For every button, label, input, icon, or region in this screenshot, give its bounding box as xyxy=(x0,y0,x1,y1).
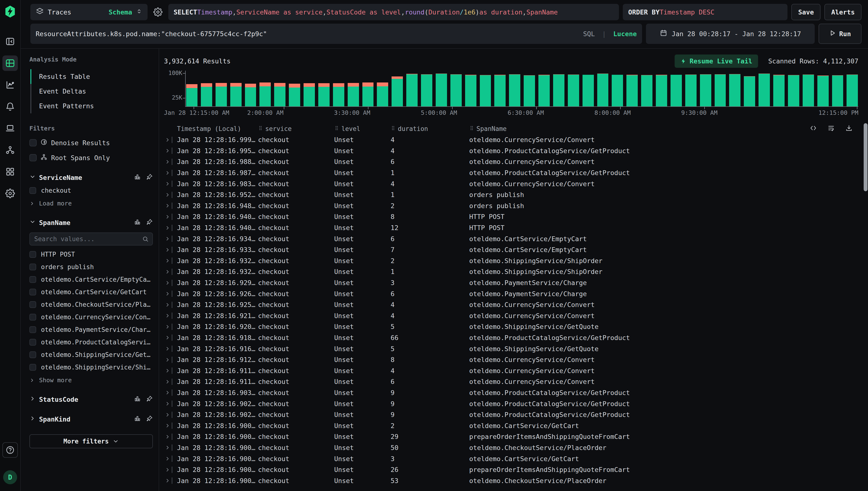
chevron-right-icon[interactable] xyxy=(29,415,36,423)
histogram-bar[interactable] xyxy=(538,75,550,106)
table-row[interactable]: Jan 28 12:28:16.921 PMcheckoutUnset4otel… xyxy=(163,310,861,321)
expand-row-icon[interactable] xyxy=(163,368,172,374)
table-scrollbar-thumb[interactable] xyxy=(864,123,868,191)
column-chart-icon[interactable] xyxy=(134,173,141,181)
nav-search-icon[interactable] xyxy=(2,55,18,71)
table-row[interactable]: Jan 28 12:28:16.940 PMcheckoutUnset12HTT… xyxy=(163,222,861,233)
chevron-down-icon[interactable] xyxy=(29,219,36,227)
table-row[interactable]: Jan 28 12:28:16.912 PMcheckoutUnset8otel… xyxy=(163,354,861,365)
histogram-bar[interactable] xyxy=(333,83,344,106)
chevron-down-icon[interactable] xyxy=(29,174,36,181)
histogram-bar[interactable] xyxy=(744,76,755,106)
table-row[interactable]: Jan 28 12:28:16.916 PMcheckoutUnset5otel… xyxy=(163,343,861,354)
nav-settings-gear-icon[interactable] xyxy=(2,186,18,201)
histogram-bar[interactable] xyxy=(832,75,843,106)
expand-row-icon[interactable] xyxy=(163,456,172,462)
checkbox[interactable] xyxy=(29,251,36,258)
expand-row-icon[interactable] xyxy=(163,192,172,198)
histogram-bar[interactable] xyxy=(465,75,476,106)
expand-row-icon[interactable] xyxy=(163,236,172,242)
facet-value-row[interactable]: oteldemo.CartService/EmptyCa… xyxy=(29,276,153,283)
grip-icon[interactable] xyxy=(334,125,339,133)
histogram-bar[interactable] xyxy=(494,75,506,106)
search-query-input[interactable]: ResourceAttributes.k8s.pod.name:"checkou… xyxy=(30,24,642,44)
histogram-bar[interactable] xyxy=(260,83,271,106)
histogram-bar[interactable] xyxy=(304,83,315,106)
table-row[interactable]: Jan 28 12:28:16.987 PMcheckoutUnset1otel… xyxy=(163,167,861,178)
hyperdx-logo[interactable] xyxy=(2,4,18,19)
table-row[interactable]: Jan 28 12:28:16.948 PMcheckoutUnset2orde… xyxy=(163,200,861,211)
checkbox[interactable] xyxy=(29,289,36,295)
facet-value-row[interactable]: HTTP POST xyxy=(29,251,153,258)
facet-search-input[interactable] xyxy=(34,235,139,243)
nav-service-map-icon[interactable] xyxy=(2,142,18,158)
expand-row-icon[interactable] xyxy=(163,148,172,154)
nav-alerts-bell-icon[interactable] xyxy=(2,99,18,114)
histogram-bar[interactable] xyxy=(803,75,814,106)
histogram-bar[interactable] xyxy=(450,74,462,106)
load-more-link[interactable]: Load more xyxy=(29,200,153,207)
column-header-level[interactable]: level xyxy=(334,125,391,133)
histogram-bar[interactable] xyxy=(626,75,638,106)
schema-link[interactable]: Schema xyxy=(109,8,132,16)
histogram-bar[interactable] xyxy=(436,74,447,106)
expand-row-icon[interactable] xyxy=(163,258,172,264)
expand-row-icon[interactable] xyxy=(163,324,172,330)
histogram-bar[interactable] xyxy=(348,83,359,106)
source-settings-gear-icon[interactable] xyxy=(151,4,164,20)
histogram-bar[interactable] xyxy=(817,76,829,106)
facet-header[interactable]: StatusCode xyxy=(29,395,153,403)
analysis-mode-item[interactable]: Event Patterns xyxy=(31,98,153,113)
table-row[interactable]: Jan 28 12:28:16.900 PMcheckoutUnset3otel… xyxy=(163,453,861,464)
table-row[interactable]: Jan 28 12:28:16.900 PMcheckoutUnset50ote… xyxy=(163,442,861,453)
column-chart-icon[interactable] xyxy=(134,219,141,227)
facet-value-row[interactable]: oteldemo.ProductCatalogServi… xyxy=(29,339,153,346)
expand-row-icon[interactable] xyxy=(163,181,172,187)
checkbox[interactable] xyxy=(29,276,36,283)
table-row[interactable]: Jan 28 12:28:16.999 PMcheckoutUnset4otel… xyxy=(163,134,861,145)
table-row[interactable]: Jan 28 12:28:16.902 PMcheckoutUnset9otel… xyxy=(163,409,861,420)
histogram-bar[interactable] xyxy=(377,83,388,106)
table-row[interactable]: Jan 28 12:28:16.988 PMcheckoutUnset6otel… xyxy=(163,156,861,167)
column-chart-icon[interactable] xyxy=(134,415,141,423)
facet-value-row[interactable]: orders publish xyxy=(29,263,153,270)
histogram-bar[interactable] xyxy=(230,83,242,106)
column-chart-icon[interactable] xyxy=(134,395,141,403)
pin-icon[interactable] xyxy=(146,415,153,423)
histogram-bar[interactable] xyxy=(421,74,432,106)
histogram-bar[interactable] xyxy=(480,75,491,106)
expand-row-icon[interactable] xyxy=(163,346,172,352)
chevron-right-icon[interactable] xyxy=(29,396,36,403)
expand-row-icon[interactable] xyxy=(163,170,172,176)
histogram-bar[interactable] xyxy=(553,74,564,106)
grip-icon[interactable] xyxy=(469,125,474,133)
expand-row-icon[interactable] xyxy=(163,434,172,440)
column-header-duration[interactable]: duration xyxy=(391,125,469,133)
expand-row-icon[interactable] xyxy=(163,412,172,418)
table-row[interactable]: Jan 28 12:28:16.911 PMcheckoutUnset4otel… xyxy=(163,365,861,376)
order-by-input[interactable]: ORDER BY Timestamp DESC xyxy=(623,4,787,20)
expand-row-icon[interactable] xyxy=(163,225,172,231)
facet-value-row[interactable]: checkout xyxy=(29,187,153,194)
histogram-bar[interactable] xyxy=(846,75,858,106)
analysis-mode-item[interactable]: Results Table xyxy=(31,69,153,84)
facet-header[interactable]: SpanName xyxy=(29,219,153,227)
histogram-bar[interactable] xyxy=(201,83,212,106)
checkbox[interactable] xyxy=(29,139,37,146)
expand-row-icon[interactable] xyxy=(163,313,172,319)
pin-icon[interactable] xyxy=(146,173,153,181)
table-row[interactable]: Jan 28 12:28:16.900 PMcheckoutUnset2otel… xyxy=(163,420,861,431)
table-row[interactable]: Jan 28 12:28:16.952 PMcheckoutUnset1orde… xyxy=(163,189,861,200)
column-header-timestamp[interactable]: Timestamp (Local) xyxy=(177,125,258,133)
histogram-bar[interactable] xyxy=(729,74,741,106)
histogram-bar[interactable] xyxy=(509,74,520,106)
expand-row-icon[interactable] xyxy=(163,159,172,165)
root-spans-only-toggle[interactable]: Root Spans Only xyxy=(29,154,153,162)
expand-row-icon[interactable] xyxy=(163,214,172,220)
code-icon[interactable] xyxy=(810,124,817,133)
histogram-bar[interactable] xyxy=(685,75,696,106)
table-row[interactable]: Jan 28 12:28:16.911 PMcheckoutUnset6otel… xyxy=(163,376,861,387)
histogram-bar[interactable] xyxy=(656,75,667,106)
nav-client-sessions-icon[interactable] xyxy=(2,121,18,136)
user-avatar[interactable]: D xyxy=(3,470,17,484)
